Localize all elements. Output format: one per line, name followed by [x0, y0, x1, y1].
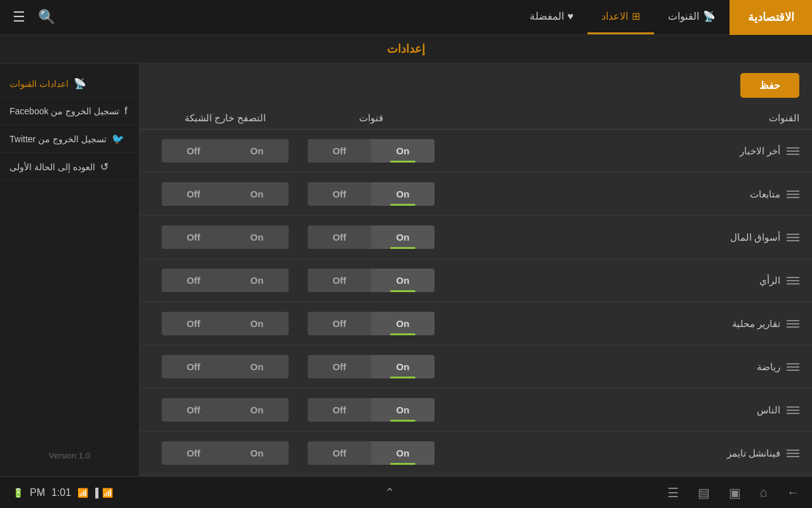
nav-item-settings[interactable]: ⊞ الاعداد [587, 0, 654, 34]
channels-on-btn-local[interactable]: On [371, 312, 435, 335]
home-icon[interactable]: ⌂ [760, 485, 768, 500]
browse-off-btn-sports[interactable]: Off [162, 355, 225, 378]
browse-toggle-following: On Off [162, 182, 289, 206]
nav-item-channels[interactable]: 📡 القنوات [654, 0, 730, 34]
channels-on-btn-markets[interactable]: On [371, 225, 435, 249]
table-row: تقارير محلية On Off On Off [140, 302, 812, 345]
browse-on-btn-people[interactable]: On [225, 398, 289, 422]
sim-icon: 📶 [102, 488, 113, 498]
channels-toggle-sports: On Off [308, 355, 435, 378]
row-name-people: الناس [444, 404, 799, 416]
content-area: حفظ القنوات قنوات التصفح خارج الشبكة أخر… [140, 64, 812, 476]
browse-off-btn-local[interactable]: Off [162, 312, 225, 335]
menu-bottom-icon[interactable]: ☰ [667, 485, 679, 500]
nav-items-group: 📡 القنوات ⊞ الاعداد ♥ المفضلة [516, 0, 730, 34]
browse-off-btn-news[interactable]: Off [162, 139, 225, 163]
drag-handle-icon[interactable] [787, 363, 799, 371]
channels-on-btn-news[interactable]: On [371, 139, 435, 163]
sidebar-item-restore[interactable]: ↺ العوده إلى الحالة الأولى [0, 153, 139, 181]
sidebar: 📡 اعدادات القنوات f تسجيل الخروج من Face… [0, 64, 140, 476]
save-button[interactable]: حفظ [740, 73, 799, 98]
sidebar-item-twitter[interactable]: 🐦 تسجيل الخروج من Twitter [0, 125, 139, 153]
channels-toggle-financial: On Off [308, 441, 435, 465]
nav-item-favorites[interactable]: ♥ المفضلة [516, 0, 588, 34]
nav-settings-label: الاعداد [601, 10, 628, 22]
browse-off-btn-following[interactable]: Off [162, 182, 225, 206]
drag-handle-icon[interactable] [787, 147, 799, 155]
channels-on-btn-people[interactable]: On [371, 398, 435, 422]
row-name-opinion: الرأي [444, 275, 799, 286]
bottom-center: ⌃ [384, 485, 395, 500]
browse-off-btn-people[interactable]: Off [162, 398, 225, 422]
screenshot-icon[interactable]: ▤ [698, 485, 710, 500]
browse-toggle-news: On Off [162, 139, 289, 163]
restore-icon: ↺ [100, 161, 108, 173]
menu-icon[interactable]: ☰ [13, 9, 25, 25]
browse-on-btn-opinion[interactable]: On [225, 269, 289, 292]
channels-off-btn-sports[interactable]: Off [308, 355, 371, 378]
drag-handle-icon[interactable] [787, 450, 799, 457]
channels-on-btn-following[interactable]: On [371, 182, 435, 206]
bottom-left-icons: ← ⌂ ▣ ▤ ☰ [667, 485, 799, 500]
channels-toggle-opinion: On Off [308, 269, 435, 292]
facebook-icon: f [124, 105, 127, 117]
toggle-group-opinion: On Off [298, 269, 444, 292]
recent-apps-icon[interactable]: ▣ [729, 485, 741, 500]
browse-group-sports: On Off [152, 355, 298, 378]
channels-off-btn-local[interactable]: Off [308, 312, 371, 335]
channels-off-btn-people[interactable]: Off [308, 398, 371, 422]
up-chevron-icon[interactable]: ⌃ [384, 485, 395, 500]
channels-off-btn-opinion[interactable]: Off [308, 269, 371, 292]
browse-group-news: On Off [152, 139, 298, 163]
sidebar-item-channel-settings[interactable]: 📡 اعدادات القنوات [0, 70, 139, 98]
col-header-channels: قنوات [298, 112, 444, 124]
back-icon[interactable]: ← [787, 485, 799, 500]
channels-toggle-local: On Off [308, 312, 435, 335]
channels-toggle-people: On Off [308, 398, 435, 422]
drag-handle-icon[interactable] [787, 320, 799, 328]
browse-toggle-opinion: On Off [162, 269, 289, 292]
drag-handle-icon[interactable] [787, 277, 799, 284]
wifi-icon: 📶 [77, 488, 88, 498]
nav-channels-label: القنوات [668, 10, 699, 22]
sidebar-twitter-label: تسجيل الخروج من Twitter [10, 134, 107, 144]
row-name-following: متابعات [444, 189, 799, 200]
channels-icon: 📡 [703, 10, 716, 22]
col-header-browse: التصفح خارج الشبكة [152, 112, 298, 124]
nav-favorites-label: المفضلة [530, 10, 564, 22]
browse-off-btn-markets[interactable]: Off [162, 225, 225, 249]
table-row: أخر الاخبار On Off On Off [140, 130, 812, 173]
channels-off-btn-markets[interactable]: Off [308, 225, 371, 249]
browse-toggle-markets: On Off [162, 225, 289, 249]
browse-on-btn-following[interactable]: On [225, 182, 289, 206]
browse-group-opinion: On Off [152, 269, 298, 292]
browse-off-btn-opinion[interactable]: Off [162, 269, 225, 292]
search-icon[interactable]: 🔍 [38, 9, 55, 25]
channels-on-btn-opinion[interactable]: On [371, 269, 435, 292]
channels-off-btn-news[interactable]: Off [308, 139, 371, 163]
channel-label-opinion: الرأي [759, 275, 780, 286]
toggle-group-markets: On Off [298, 225, 444, 249]
drag-handle-icon[interactable] [787, 234, 799, 241]
table-row: فينانشل تايمز On Off On Off [140, 432, 812, 475]
channels-on-btn-financial[interactable]: On [371, 441, 435, 465]
browse-on-btn-sports[interactable]: On [225, 355, 289, 378]
channels-off-btn-financial[interactable]: Off [308, 441, 371, 465]
browse-on-btn-financial[interactable]: On [225, 441, 289, 465]
browse-on-btn-news[interactable]: On [225, 139, 289, 163]
drag-handle-icon[interactable] [787, 190, 799, 198]
channels-on-btn-sports[interactable]: On [371, 355, 435, 378]
bottom-navigation: ← ⌂ ▣ ▤ ☰ ⌃ 📶 ▐ 📶 1:01 PM 🔋 [0, 476, 812, 508]
sidebar-restore-label: العوده إلى الحالة الأولى [10, 162, 95, 172]
drag-handle-icon[interactable] [787, 406, 799, 414]
browse-on-btn-local[interactable]: On [225, 312, 289, 335]
rows-container: أخر الاخبار On Off On Off متابعات [140, 130, 812, 475]
channels-off-btn-following[interactable]: Off [308, 182, 371, 206]
sidebar-item-facebook[interactable]: f تسجيل الخروج من Facebook [0, 98, 139, 125]
clock-time: 1:01 [51, 487, 71, 498]
channel-label-following: متابعات [750, 189, 780, 200]
favorites-icon: ♥ [568, 11, 574, 22]
browse-off-btn-financial[interactable]: Off [162, 441, 225, 465]
channels-toggle-following: On Off [308, 182, 435, 206]
browse-on-btn-markets[interactable]: On [225, 225, 289, 249]
